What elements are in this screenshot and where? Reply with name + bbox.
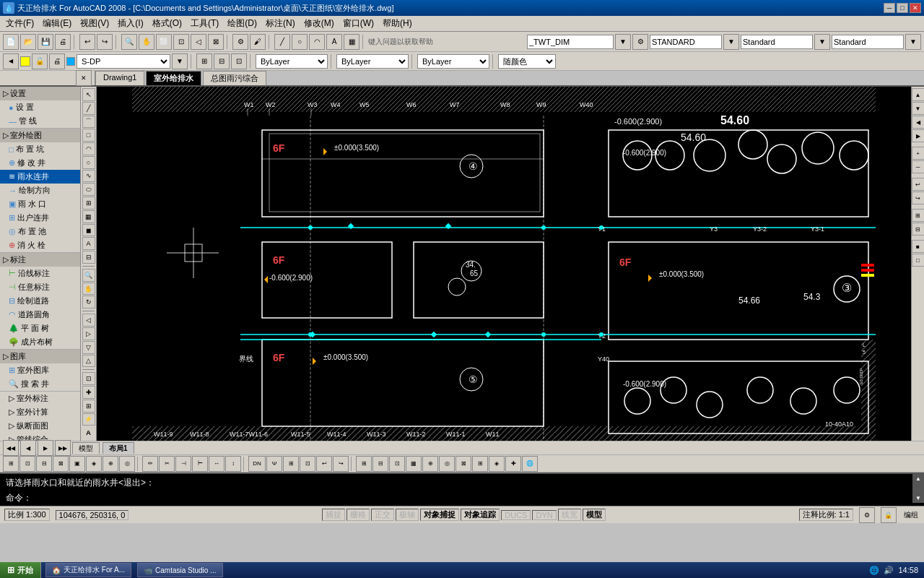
btb-9[interactable]: ✏ <box>142 456 158 472</box>
sidebar-item-chengpianbu[interactable]: 🌳 成片布树 <box>0 335 80 349</box>
rtool-5[interactable]: + <box>912 147 925 160</box>
scroll-right-btn[interactable]: ▶▶ <box>55 440 71 456</box>
layer-btn[interactable]: ▼ <box>615 34 631 50</box>
tab-outdoor-drainage[interactable]: 室外给排水 <box>146 71 201 85</box>
btb-3[interactable]: ⊟ <box>36 456 52 472</box>
style-select-2[interactable] <box>832 35 904 49</box>
style-btn-2[interactable]: ▼ <box>905 34 921 50</box>
status-settings-btn[interactable]: ⚙ <box>859 507 875 523</box>
command-input[interactable] <box>35 493 918 504</box>
taskbar-app-0[interactable]: 🏠 天正给排水 For A... <box>45 563 131 577</box>
sidebar-item-buzhichi[interactable]: ◎ 布 置 池 <box>0 225 80 238</box>
btb-8[interactable]: ◎ <box>119 456 135 472</box>
sidebar-header-settings[interactable]: ▷ 设置 <box>0 87 80 100</box>
btb-5[interactable]: ▣ <box>69 456 85 472</box>
scroll-next-btn[interactable]: ▶ <box>38 440 53 456</box>
scroll-left-btn[interactable]: ◀◀ <box>3 440 19 456</box>
sidebar-item-zongduan[interactable]: ▷ 纵断面图 <box>0 419 80 433</box>
tool-osnap[interactable]: ✚ <box>82 386 95 399</box>
tab-drawing1[interactable]: Drawing1 <box>95 71 144 85</box>
tb-hatch[interactable]: ▦ <box>344 34 359 50</box>
tb-matchprop[interactable]: 🖌 <box>250 34 266 50</box>
tb-layer-lock[interactable]: 🔓 <box>32 53 48 69</box>
btb-7[interactable]: ⊕ <box>103 456 118 472</box>
btb-1[interactable]: ⊞ <box>3 456 19 472</box>
tool-text[interactable]: A <box>82 237 95 250</box>
tb-undo[interactable]: ↩ <box>79 34 95 50</box>
sidebar-item-shiwai-biaozhu[interactable]: ▷ 室外标注 <box>0 392 80 405</box>
tb-layer-color[interactable] <box>66 57 75 66</box>
tool-layer-tool[interactable]: ⊞ <box>82 400 95 413</box>
tool-spline[interactable]: ∿ <box>82 170 95 183</box>
status-grid[interactable]: 栅格 <box>346 509 370 521</box>
layer-tools-3[interactable]: ⊡ <box>231 53 247 69</box>
sidebar-item-shiwai-jisuan[interactable]: ▷ 室外计算 <box>0 405 80 419</box>
tb-pan[interactable]: ✋ <box>139 34 154 50</box>
btb-22[interactable]: ⊡ <box>389 456 405 472</box>
tool-ellipse[interactable]: ⬭ <box>82 183 95 196</box>
tb-zoom[interactable]: 🔍 <box>121 34 137 50</box>
sidebar-item-chuhulian[interactable]: ⊞ 出户连井 <box>0 211 80 225</box>
menu-draw[interactable]: 绘图(D) <box>223 16 261 31</box>
tool-snap[interactable]: ⊡ <box>82 372 95 385</box>
style-btn[interactable]: ▼ <box>814 34 830 50</box>
sidebar-item-guanxian[interactable]: — 管 线 <box>0 114 80 128</box>
btb-18[interactable]: ↩ <box>316 456 332 472</box>
tool-orbit[interactable]: ↻ <box>82 296 95 309</box>
rtool-2[interactable]: ▼ <box>912 102 925 115</box>
menu-edit[interactable]: 编辑(E) <box>38 16 76 31</box>
btb-20[interactable]: ⊞ <box>356 456 372 472</box>
btb-11[interactable]: ⊣ <box>175 456 191 472</box>
tool-hatch[interactable]: ▦ <box>82 210 95 223</box>
layer-tools-1[interactable]: ⊞ <box>196 53 212 69</box>
sidebar-item-buzhi[interactable]: □ 布 置 坑 <box>0 142 80 156</box>
sidebar-item-yushuikou[interactable]: ▣ 雨 水 口 <box>0 197 80 211</box>
rtool-10[interactable]: ⊟ <box>912 223 925 236</box>
sidebar-item-shiwai[interactable]: ⊞ 室外图库 <box>0 363 80 377</box>
color-display[interactable]: 随颜色 <box>498 54 556 69</box>
tb-properties[interactable]: ⚙ <box>232 34 248 50</box>
layer-select-1[interactable] <box>527 35 614 49</box>
taskbar-app-1[interactable]: 📹 Camtasia Studio ... <box>137 563 222 577</box>
menu-window[interactable]: 窗口(W) <box>339 16 378 31</box>
close-button[interactable]: ✕ <box>910 3 921 13</box>
btb-12[interactable]: ⊢ <box>192 456 208 472</box>
drawing-area[interactable]: W1 W2 W3 W4 W5 W6 W7 W8 W9 W40 6F ±0.000… <box>97 87 911 441</box>
tb-zoom-window[interactable]: ⬜ <box>156 34 172 50</box>
menu-tools[interactable]: 工具(T) <box>186 16 223 31</box>
tool-rectangle[interactable]: □ <box>82 129 95 142</box>
rtool-7[interactable]: ↩ <box>912 178 925 191</box>
menu-view[interactable]: 视图(V) <box>76 16 113 31</box>
btb-21[interactable]: ⊟ <box>372 456 388 472</box>
tool-polyline[interactable]: ⌒ <box>82 116 95 129</box>
color-select[interactable]: ByLayer <box>256 54 328 69</box>
tool-region[interactable]: ◼ <box>82 224 95 237</box>
menu-help[interactable]: 帮助(H) <box>378 16 417 31</box>
style-select-1[interactable] <box>741 35 813 49</box>
tb-line[interactable]: ╱ <box>274 34 290 50</box>
rtool-1[interactable]: ▲ <box>912 88 925 101</box>
tool-zoom[interactable]: 🔍 <box>82 269 95 282</box>
btb-14[interactable]: ↕ <box>225 456 241 472</box>
btb-2[interactable]: ⊡ <box>19 456 35 472</box>
tb-layer-prev[interactable]: ◀ <box>3 53 19 69</box>
btb-16[interactable]: ⊞ <box>283 456 299 472</box>
menu-insert[interactable]: 插入(I) <box>113 16 147 31</box>
tb-zoom-all[interactable]: ⊠ <box>208 34 224 50</box>
btb-19[interactable]: ↪ <box>333 456 349 472</box>
btb-26[interactable]: ⊠ <box>456 456 471 472</box>
status-model[interactable]: 模型 <box>583 509 606 521</box>
btb-17[interactable]: ⊡ <box>300 456 315 472</box>
tool-circle[interactable]: ○ <box>82 156 95 169</box>
btb-6[interactable]: ◈ <box>86 456 102 472</box>
tb-new[interactable]: 📄 <box>3 34 19 50</box>
tb-layer-print[interactable]: 🖨 <box>49 53 65 69</box>
tb-circle[interactable]: ○ <box>292 34 308 50</box>
btb-dn[interactable]: DN <box>248 456 266 472</box>
sidebar-item-xiugaijing[interactable]: ⊕ 修 改 井 <box>0 156 80 170</box>
linetype-select[interactable]: ByLayer <box>336 54 409 69</box>
sidebar-item-xiaohuo[interactable]: ⊕ 消 火 栓 <box>0 238 80 252</box>
layer-dropdown-btn[interactable]: ▼ <box>172 53 188 69</box>
scroll-prev-btn[interactable]: ◀ <box>20 440 36 456</box>
btb-30[interactable]: 🌐 <box>522 456 538 472</box>
